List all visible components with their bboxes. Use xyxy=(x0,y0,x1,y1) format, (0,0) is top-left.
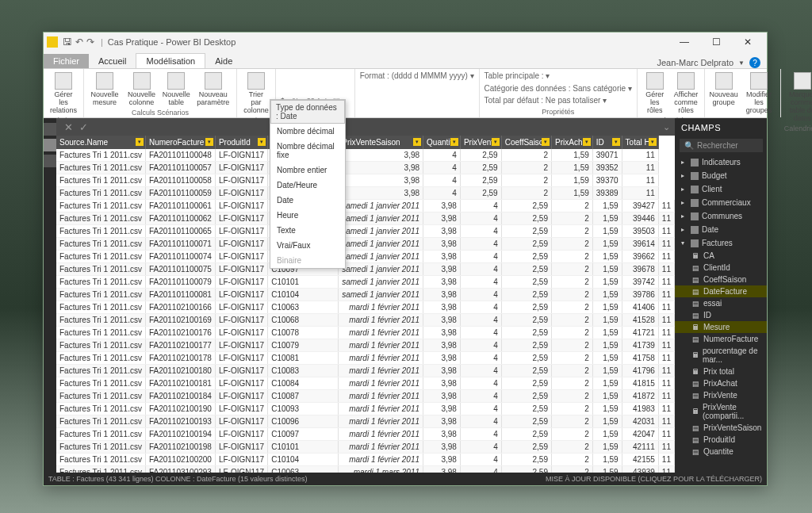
column-header[interactable]: ID▾ xyxy=(592,136,622,149)
column-header[interactable]: NumeroFacture▾ xyxy=(145,136,215,149)
category-row[interactable]: Catégorie des données : Sans catégorie ▾ xyxy=(485,83,632,94)
table-row[interactable]: Factures Tri 1 2011.csvFA201102100180LF-… xyxy=(56,365,674,377)
new-measure-button[interactable]: Nouvelle mesure xyxy=(87,71,122,109)
maximize-button[interactable]: ☐ xyxy=(700,33,732,52)
table-row[interactable]: Factures Tri 1 2011.csvFA201102100169LF-… xyxy=(56,314,674,327)
new-table-button[interactable]: Nouvelle table xyxy=(161,71,192,109)
table-row[interactable]: Factures Tri 1 2011.csvFA201101100065LF-… xyxy=(56,225,674,238)
column-header[interactable]: Quantite▾ xyxy=(423,136,461,149)
datatype-option[interactable]: Nombre décimal fixe xyxy=(270,139,345,163)
manage-relations-button[interactable]: Gérer les relations xyxy=(47,71,80,117)
cancel-formula-icon[interactable]: ✕ xyxy=(64,121,73,133)
datatype-option[interactable]: Nombre décimal xyxy=(270,124,345,139)
table-row[interactable]: Factures Tri 1 2011.csvFA201101100048LF-… xyxy=(56,149,674,162)
tab-help[interactable]: Aide xyxy=(205,54,242,68)
save-icon[interactable]: 🖫 xyxy=(63,36,72,48)
sort-by-column-button[interactable]: Trier par colonne xyxy=(240,71,272,117)
minimize-button[interactable]: — xyxy=(668,33,700,52)
table-row[interactable]: Factures Tri 1 2011.csvFA201101100074LF-… xyxy=(56,251,674,263)
table-row[interactable]: Factures Tri 1 2011.csvFA201102100190LF-… xyxy=(56,403,674,415)
table-row[interactable]: Factures Tri 1 2011.csvFA201102100181LF-… xyxy=(56,377,674,390)
new-parameter-button[interactable]: Nouveau paramètre xyxy=(193,71,234,109)
datatype-option[interactable]: Nombre entier xyxy=(270,163,345,178)
field-table[interactable]: ▸Client xyxy=(675,182,767,196)
field-item[interactable]: ▤PrixAchat xyxy=(675,377,767,389)
filter-icon[interactable]: ▾ xyxy=(649,138,657,146)
table-row[interactable]: Factures Tri 1 2011.csvFA201102100198LF-… xyxy=(56,441,674,454)
data-grid[interactable]: Source.Name▾NumeroFacture▾ProduitId▾Date… xyxy=(56,136,675,473)
view-as-roles-button[interactable]: Afficher comme rôles xyxy=(671,71,701,117)
table-row[interactable]: Factures Tri 1 2011.csvFA201102100177LF-… xyxy=(56,339,674,352)
data-view-icon[interactable] xyxy=(44,139,56,151)
datatype-option[interactable]: Date xyxy=(270,193,345,208)
field-item[interactable]: ▤ClientId xyxy=(675,262,767,274)
tab-home[interactable]: Accueil xyxy=(89,54,136,68)
table-row[interactable]: Factures Tri 1 2011.csvFA201102100176LF-… xyxy=(56,327,674,339)
tab-modeling[interactable]: Modélisation xyxy=(136,53,205,68)
field-table-expanded[interactable]: ▾Factures xyxy=(675,236,767,250)
filter-icon[interactable]: ▾ xyxy=(612,138,620,146)
confirm-formula-icon[interactable]: ✓ xyxy=(79,121,88,133)
datatype-dropdown-header[interactable]: Type de données : Date xyxy=(270,100,345,124)
mark-date-table-button[interactable]: Marquer comme table de dates xyxy=(784,71,812,124)
redo-icon[interactable]: ↷ xyxy=(86,36,94,48)
filter-icon[interactable]: ▾ xyxy=(583,138,591,146)
table-row[interactable]: Factures Tri 1 2011.csvFA201102100200LF-… xyxy=(56,454,674,466)
filter-icon[interactable]: ▾ xyxy=(258,138,266,146)
tab-file[interactable]: Fichier xyxy=(44,54,89,68)
field-item[interactable]: ▤NumeroFacture xyxy=(675,333,767,345)
table-row[interactable]: Factures Tri 1 2011.csvFA201102100194LF-… xyxy=(56,428,674,441)
field-item[interactable]: 🖩Prix total xyxy=(675,366,767,377)
expand-formula-icon[interactable]: ⌄ xyxy=(659,122,675,132)
column-header[interactable]: CoeffSaison▾ xyxy=(501,136,551,149)
format-row[interactable]: Format : (dddd d MMMM yyyy) ▾ xyxy=(360,71,474,81)
field-item[interactable]: 🖩PrixVente (compartii... xyxy=(675,401,767,422)
table-row[interactable]: Factures Tri 1 2011.csvFA201101100057LF-… xyxy=(56,162,674,174)
manage-roles-button[interactable]: Gérer les rôles xyxy=(641,71,669,117)
column-header[interactable]: Total HT▾ xyxy=(622,136,658,149)
filter-icon[interactable]: ▾ xyxy=(450,138,458,146)
report-view-icon[interactable] xyxy=(44,123,56,136)
table-row[interactable]: Factures Tri 1 2011.csvFA201102100178LF-… xyxy=(56,352,674,365)
datatype-option[interactable]: Vrai/Faux xyxy=(270,238,345,253)
undo-icon[interactable]: ↶ xyxy=(75,36,83,48)
filter-icon[interactable]: ▾ xyxy=(136,138,144,146)
table-row[interactable]: Factures Tri 1 2011.csvFA201101100061LF-… xyxy=(56,200,674,212)
table-row[interactable]: Factures Tri 1 2011.csvFA201102100193LF-… xyxy=(56,415,674,428)
status-right[interactable]: MISE À JOUR DISPONIBLE (CLIQUEZ POUR LA … xyxy=(546,475,762,483)
field-table[interactable]: ▸Budget xyxy=(675,169,767,182)
formula-input[interactable] xyxy=(96,120,659,134)
column-header[interactable]: ProduitId▾ xyxy=(215,136,267,149)
field-item[interactable]: ▤Quantite xyxy=(675,446,767,457)
new-column-button[interactable]: Nouvelle colonne xyxy=(124,71,159,109)
table-main-row[interactable]: Table principale : ▾ xyxy=(485,71,632,81)
field-item[interactable]: ▤ID xyxy=(675,309,767,321)
table-row[interactable]: Factures Tri 1 2011.csvFA201101100062LF-… xyxy=(56,212,674,225)
field-item[interactable]: ▤DateFacture xyxy=(675,285,767,297)
new-group-button[interactable]: Nouveau groupe xyxy=(708,71,739,117)
field-item[interactable]: ▤ProduitId xyxy=(675,434,767,446)
field-item[interactable]: 🖩Mesure xyxy=(675,321,767,333)
user-dropdown-icon[interactable]: ▼ xyxy=(738,59,745,67)
column-header[interactable]: PrixAchat▾ xyxy=(551,136,592,149)
table-row[interactable]: Factures Tri 1 2011.csvFA201101100071LF-… xyxy=(56,238,674,251)
table-row[interactable]: Factures Tri 1 2011.csvFA201101100058LF-… xyxy=(56,174,674,187)
table-row[interactable]: Factures Tri 1 2011.csvFA201102100184LF-… xyxy=(56,390,674,403)
column-header[interactable]: PrixVente▾ xyxy=(460,136,501,149)
table-row[interactable]: Factures Tri 1 2011.csvFA201103100293LF-… xyxy=(56,466,674,473)
column-header[interactable]: PrixVenteSaison▾ xyxy=(339,136,423,149)
table-row[interactable]: Factures Tri 1 2011.csvFA201101100081LF-… xyxy=(56,289,674,301)
datatype-option[interactable]: Date/Heure xyxy=(270,178,345,193)
edit-groups-button[interactable]: Modifier les groupes xyxy=(741,71,777,117)
column-header[interactable]: Source.Name▾ xyxy=(56,136,145,149)
filter-icon[interactable]: ▾ xyxy=(542,138,550,146)
filter-icon[interactable]: ▾ xyxy=(492,138,500,146)
close-button[interactable]: ✕ xyxy=(732,33,764,52)
field-item[interactable]: 🖩pourcentage de mar... xyxy=(675,345,767,366)
help-icon[interactable]: ? xyxy=(749,57,760,68)
field-table[interactable]: ▸Commerciaux xyxy=(675,196,767,209)
filter-icon[interactable]: ▾ xyxy=(205,138,213,146)
field-item[interactable]: ▤PrixVente xyxy=(675,389,767,401)
fields-search[interactable]: 🔍 Rechercher xyxy=(680,139,763,152)
field-table[interactable]: ▸Communes xyxy=(675,209,767,223)
